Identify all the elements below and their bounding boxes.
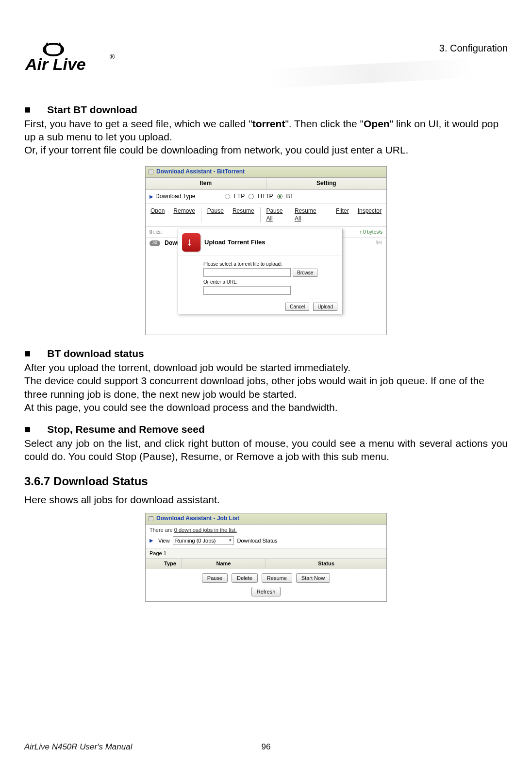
header-swoosh <box>270 58 474 88</box>
modal-label-file: Please select a torrent file to upload: <box>203 261 337 267</box>
panel-title: Download Assistant - Job List <box>156 515 239 523</box>
torrent-bold: torrent <box>252 118 285 129</box>
faded-text: lter <box>376 239 382 246</box>
window-icon <box>149 170 153 174</box>
screenshot-bittorrent: Download Assistant - BitTorrent Item Set… <box>145 166 387 335</box>
footer-manual: AirLive N450R User's Manual <box>24 742 132 752</box>
col-name: Name <box>182 559 266 568</box>
view-select[interactable]: Running (0 Jobs) ▾ <box>173 536 234 545</box>
radio-bt-label: BT <box>286 193 294 201</box>
s3-p1: Select any job on the list, and click ri… <box>24 437 508 463</box>
pause-all-link[interactable]: Pause All <box>266 207 285 222</box>
view-select-value: Running (0 Jobs) <box>175 537 216 544</box>
window-icon <box>149 516 153 521</box>
col-setting: Setting <box>266 178 387 189</box>
section-title-bt-status: BT download status <box>47 347 144 360</box>
s4-p1: Here shows all jobs for download assista… <box>24 493 508 506</box>
header-divider <box>24 42 508 42</box>
toolbar-sep <box>201 207 201 222</box>
text: First, you have to get a seed file, whic… <box>24 118 252 129</box>
info-a: There are <box>150 527 174 533</box>
col-item: Item <box>146 178 266 189</box>
panel-titlebar: Download Assistant - Job List <box>146 513 386 525</box>
stats-left: 0 □é□ <box>150 229 162 235</box>
section-title-start-bt: Start BT download <box>47 103 137 116</box>
s2-p2: The device could support 3 concurrent do… <box>24 374 508 401</box>
panel-title: Download Assistant - BitTorrent <box>156 168 245 176</box>
s1-paragraph-2: Or, if your torrent file could be downlo… <box>24 143 508 156</box>
toolbar-sep <box>260 207 261 222</box>
start-now-button[interactable]: Start Now <box>296 573 330 583</box>
svg-text:®: ® <box>110 53 115 61</box>
content: ■ Start BT download First, you have to g… <box>24 95 508 602</box>
open-bold: Open <box>364 118 390 129</box>
delete-button[interactable]: Delete <box>232 573 258 583</box>
radio-ftp-label: FTP <box>234 193 245 201</box>
upload-button[interactable]: Upload <box>313 303 337 311</box>
row-download-type: ▶ Download Type FTP HTTP BT <box>146 190 386 204</box>
page-header: Air Live ® 3. Configuration <box>24 42 508 95</box>
resume-all-link[interactable]: Resume All <box>295 207 318 222</box>
inspector-link[interactable]: Inspector <box>358 207 382 222</box>
info-b: 0 download jobs in the list. <box>174 527 237 533</box>
brand-logo: Air Live ® <box>24 42 121 79</box>
download-icon <box>182 233 200 252</box>
view-label: View <box>158 537 170 544</box>
s2-p1: After you upload the torrent, download j… <box>24 361 508 374</box>
joblist-info: There are 0 download jobs in the list. <box>146 525 386 535</box>
modal-title: Upload Torrent Files <box>204 238 265 247</box>
radio-bt[interactable] <box>277 194 283 199</box>
page-indicator: Page 1 <box>146 548 386 559</box>
cancel-button[interactable]: Cancel <box>285 303 309 311</box>
pause-button[interactable]: Pause <box>202 573 228 583</box>
resume-button[interactable]: Resume <box>262 573 292 583</box>
bullet-icon: ■ <box>24 347 31 361</box>
torrent-file-input[interactable] <box>203 268 291 277</box>
pause-link[interactable]: Pause <box>207 207 224 222</box>
filter-link[interactable]: Filter <box>336 207 349 222</box>
radio-ftp[interactable] <box>225 194 230 199</box>
upload-torrent-modal: Upload Torrent Files Please select a tor… <box>178 229 343 314</box>
stats-up: ↑ 0 bytes/s <box>359 229 382 235</box>
svg-text:Air Live: Air Live <box>25 55 86 73</box>
resume-link[interactable]: Resume <box>233 207 254 222</box>
panel-titlebar: Download Assistant - BitTorrent <box>146 167 386 178</box>
s2-p3: At this page, you could see the download… <box>24 401 508 414</box>
s1-paragraph-1: First, you have to get a seed file, whic… <box>24 117 508 144</box>
refresh-button[interactable]: Refresh <box>251 587 281 596</box>
modal-label-url: Or enter a URL: <box>203 279 337 285</box>
footer-page-number: 96 <box>262 742 271 752</box>
browse-button[interactable]: Browse <box>293 269 317 277</box>
filter-all-pill[interactable]: All <box>150 240 160 246</box>
radio-http-label: HTTP <box>258 193 273 201</box>
row-marker-icon: ▶ <box>150 537 153 544</box>
screenshot-joblist: Download Assistant - Job List There are … <box>145 513 387 602</box>
col-status: Status <box>266 559 386 568</box>
text: ". Then click the " <box>285 118 364 129</box>
open-link[interactable]: Open <box>150 207 165 222</box>
radio-http[interactable] <box>249 194 254 199</box>
page-footer: AirLive N450R User's Manual 96 AirLive N… <box>24 742 508 752</box>
bt-toolbar: Open Remove Pause Resume Pause All Resum… <box>146 204 386 226</box>
bullet-icon: ■ <box>24 103 31 117</box>
section-title-download-status: 3.6.7 Download Status <box>24 474 508 489</box>
row-label: Download Type <box>155 193 196 201</box>
torrent-url-input[interactable] <box>203 286 291 295</box>
table-header: Item Setting <box>146 178 386 190</box>
chevron-down-icon: ▾ <box>229 538 232 544</box>
bullet-icon: ■ <box>24 423 31 437</box>
chapter-label: 3. Configuration <box>439 42 508 54</box>
bt-body: All Down lter Upload Torrent Files Pleas… <box>146 238 386 335</box>
row-marker-icon: ▶ <box>150 193 153 200</box>
col-type: Type <box>159 559 182 568</box>
remove-link[interactable]: Remove <box>173 207 195 222</box>
col-blank <box>146 559 159 568</box>
section-title-stop-resume: Stop, Resume and Remove seed <box>47 423 204 436</box>
download-status-link[interactable]: Download Status <box>237 537 277 544</box>
joblist-thead: Type Name Status <box>146 559 386 569</box>
